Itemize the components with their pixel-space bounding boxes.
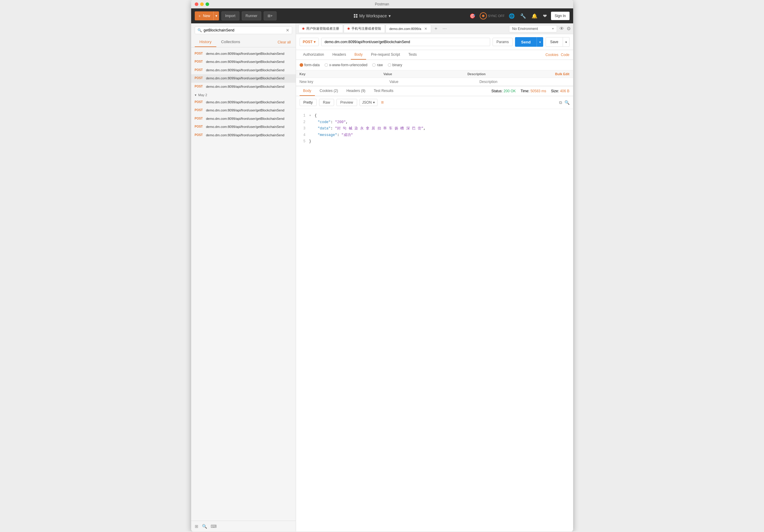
minimize-dot[interactable] [200, 2, 204, 6]
method-chevron-icon: ▾ [314, 40, 315, 44]
cookies-link[interactable]: Cookies [545, 53, 558, 57]
new-button[interactable]: ＋ New ▾ [195, 11, 219, 20]
resp-tab-headers[interactable]: Headers (9) [343, 86, 369, 96]
collapse-icon[interactable]: ▾ [309, 113, 311, 118]
subtab-headers[interactable]: Headers [329, 50, 350, 60]
wrap-lines-icon[interactable]: ≡ [380, 98, 385, 106]
add-tab-button[interactable]: ＋ [432, 26, 440, 32]
params-button[interactable]: Params [492, 38, 513, 46]
resp-tab-test-results[interactable]: Test Results [370, 86, 397, 96]
comments-button[interactable]: 🔧 [519, 12, 527, 20]
tab-history-label: History [200, 40, 212, 44]
history-item[interactable]: POST demo.dm.com:8099/api/front/user/get… [191, 123, 296, 131]
favorites-button[interactable]: ❤ [542, 12, 548, 20]
new-window-button[interactable]: ⊞+ [264, 11, 277, 20]
binary-radio[interactable] [388, 63, 391, 67]
clear-search-icon[interactable]: ✕ [286, 28, 289, 33]
binary-option[interactable]: binary [388, 63, 402, 67]
search-box: 🔍 ✕ [195, 26, 292, 34]
request-tab-3[interactable]: demo.dm.com:8099/a ✕ [386, 25, 431, 33]
runner-button[interactable]: Runner [242, 11, 261, 20]
status-label-text: Status: [491, 89, 502, 93]
send-dropdown-button[interactable]: ▾ [537, 37, 543, 47]
environment-select[interactable]: No Environment ▾ [509, 25, 557, 32]
tab-history[interactable]: History [195, 37, 216, 47]
method-select[interactable]: POST ▾ [299, 38, 319, 46]
notifications-button[interactable]: 🔔 [530, 12, 539, 20]
month-label: May 2 [198, 93, 207, 97]
new-value-input[interactable] [390, 80, 479, 84]
save-button[interactable]: Save [546, 37, 563, 47]
history-item[interactable]: POST demo.dm.com:8099/api/front/user/get… [191, 115, 296, 123]
raw-option[interactable]: raw [372, 63, 383, 67]
sync-label: SYNC OFF [488, 14, 505, 18]
eye-icon[interactable]: 👁 [559, 26, 564, 32]
close-dot[interactable] [195, 2, 198, 6]
clear-all-button[interactable]: Clear all [276, 39, 292, 46]
month-header[interactable]: ▾ May 2 [191, 91, 296, 98]
plus-icon: ＋ [198, 14, 201, 19]
maximize-dot[interactable] [206, 2, 209, 6]
line-num-5: 5 [301, 138, 305, 145]
subtab-pre-request[interactable]: Pre-request Script [367, 50, 404, 60]
search-response-icon[interactable]: 🔍 [564, 100, 570, 105]
interceptor-button[interactable]: 🎯 [468, 12, 477, 20]
resp-tab-cookies[interactable]: Cookies (2) [316, 86, 341, 96]
sidebar-search-icon[interactable]: 🔍 [202, 524, 207, 529]
import-button[interactable]: Import [221, 11, 239, 20]
resp-tab-body[interactable]: Body [299, 86, 315, 96]
history-item[interactable]: POST demo.dm.com:8099/api/front/user/get… [191, 58, 296, 66]
history-item[interactable]: POST demo.dm.com:8099/api/front/user/get… [191, 83, 296, 91]
json-line-5: 5 } [301, 138, 568, 145]
tab-dot-1 [302, 28, 304, 30]
form-data-label: form-data [304, 63, 320, 67]
send-label: Send [521, 40, 531, 44]
copy-icon[interactable]: ⧉ [559, 100, 562, 105]
pretty-button[interactable]: Pretty [299, 99, 317, 106]
raw-radio[interactable] [372, 63, 376, 67]
format-select[interactable]: JSON ▾ [359, 99, 377, 106]
preview-button[interactable]: Preview [336, 99, 357, 106]
new-desc-input[interactable] [479, 80, 569, 84]
request-tab-2[interactable]: 手机号注册或者登陆 [344, 25, 385, 33]
subtab-authorization[interactable]: Authorization [299, 50, 328, 60]
close-tab-icon[interactable]: ✕ [424, 27, 427, 31]
history-item[interactable]: POST demo.dm.com:8099/api/front/user/get… [191, 98, 296, 106]
new-button-main[interactable]: ＋ New [195, 14, 213, 19]
raw-button[interactable]: Raw [319, 99, 334, 106]
search-input[interactable] [204, 28, 284, 32]
subtab-body[interactable]: Body [351, 50, 366, 60]
gear-icon[interactable]: ⚙ [567, 26, 571, 32]
sidebar-layout-icon[interactable]: ⊞ [195, 524, 198, 529]
tab-collections[interactable]: Collections [216, 37, 245, 47]
settings-button[interactable]: 🌐 [507, 12, 516, 20]
form-data-radio[interactable] [299, 63, 303, 67]
save-dropdown-button[interactable]: ▾ [563, 37, 570, 47]
json-line-1: 1 ▾ { [301, 113, 568, 119]
raw-label: Raw [323, 100, 330, 104]
new-key-input[interactable] [299, 80, 390, 84]
history-item[interactable]: POST demo.dm.com:8099/api/front/user/get… [191, 50, 296, 58]
request-tab-1[interactable]: 用户快速登陆或者注册 [298, 25, 343, 33]
sign-in-button[interactable]: Sign In [551, 12, 569, 20]
history-item-active[interactable]: POST demo.dm.com:8099/api/front/user/get… [191, 74, 296, 83]
window-title: Postman [375, 2, 389, 6]
sidebar-console-icon[interactable]: ⌨ [211, 524, 217, 529]
subtab-tests[interactable]: Tests [405, 50, 420, 60]
form-data-option[interactable]: form-data [299, 63, 320, 67]
history-item[interactable]: POST demo.dm.com:8099/api/front/user/get… [191, 106, 296, 114]
response-toolbar: Pretty Raw Preview JSON ▾ ≡ ⧉ [296, 96, 573, 109]
line-content-1: ▾ { [309, 113, 568, 119]
code-link[interactable]: Code [561, 53, 570, 57]
history-item[interactable]: POST demo.dm.com:8099/api/front/user/get… [191, 131, 296, 139]
workspace-button[interactable]: My Workspace ▾ [354, 14, 391, 18]
history-item[interactable]: POST demo.dm.com:8099/api/front/user/get… [191, 66, 296, 74]
new-button-arrow[interactable]: ▾ [213, 11, 219, 20]
response-status: Status: 200 OK Time: 50583 ms Size: 406 … [491, 89, 569, 93]
url-encoded-radio[interactable] [324, 63, 328, 67]
more-tabs-button[interactable]: ⋯ [441, 26, 449, 31]
url-input[interactable] [321, 38, 490, 46]
bulk-edit-button[interactable]: Bulk Edit [551, 72, 569, 76]
url-encoded-option[interactable]: x-www-form-urlencoded [324, 63, 367, 67]
send-button[interactable]: Send [515, 37, 537, 47]
